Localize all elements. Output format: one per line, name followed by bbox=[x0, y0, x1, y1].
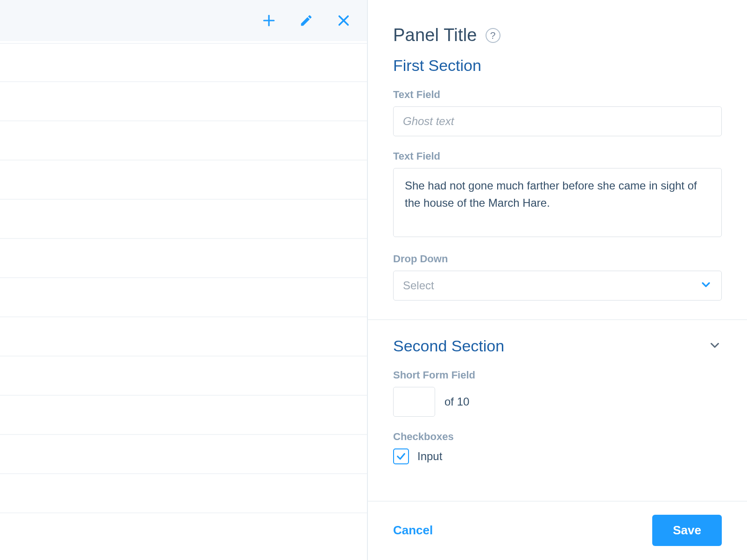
field-label: Short Form Field bbox=[393, 369, 722, 381]
list-item[interactable] bbox=[0, 396, 367, 435]
checkbox-label: Input bbox=[417, 450, 442, 463]
check-icon bbox=[396, 451, 406, 462]
side-panel: Panel Title ? First Section Text Field T… bbox=[367, 0, 747, 560]
list-item[interactable] bbox=[0, 161, 367, 200]
pencil-icon bbox=[299, 14, 313, 28]
field-label: Checkboxes bbox=[393, 431, 722, 443]
text-field-input[interactable] bbox=[393, 106, 722, 136]
left-toolbar bbox=[0, 0, 367, 41]
list-item[interactable] bbox=[0, 278, 367, 317]
list-item[interactable] bbox=[0, 357, 367, 396]
left-list bbox=[0, 41, 367, 560]
save-button[interactable]: Save bbox=[652, 515, 722, 546]
list-item[interactable] bbox=[0, 200, 367, 239]
dropdown-selected-value: Select bbox=[403, 279, 434, 292]
left-pane bbox=[0, 0, 367, 560]
list-item[interactable] bbox=[0, 82, 367, 121]
short-form-input[interactable] bbox=[393, 387, 435, 417]
help-icon[interactable]: ? bbox=[486, 28, 500, 43]
section-title: Second Section bbox=[393, 337, 504, 355]
list-item[interactable] bbox=[0, 317, 367, 357]
checkbox-input-1[interactable] bbox=[393, 448, 409, 464]
chevron-down-icon bbox=[708, 338, 722, 352]
section-second: Second Section Short Form Field of 10 Ch… bbox=[368, 319, 747, 483]
list-item[interactable] bbox=[0, 121, 367, 161]
list-item[interactable] bbox=[0, 435, 367, 474]
section-first: First Section Text Field Text Field Drop… bbox=[368, 56, 747, 319]
plus-icon bbox=[261, 13, 276, 28]
list-item[interactable] bbox=[0, 474, 367, 513]
field-label: Drop Down bbox=[393, 253, 722, 265]
field-label: Text Field bbox=[393, 89, 722, 101]
dropdown-select[interactable]: Select bbox=[393, 271, 722, 301]
list-item[interactable] bbox=[0, 239, 367, 278]
cancel-button[interactable]: Cancel bbox=[393, 523, 433, 538]
close-button[interactable] bbox=[333, 10, 354, 31]
panel-footer: Cancel Save bbox=[368, 501, 747, 560]
list-item[interactable] bbox=[0, 43, 367, 82]
text-field-textarea[interactable] bbox=[393, 168, 722, 237]
section-collapse-button[interactable] bbox=[708, 338, 722, 354]
edit-button[interactable] bbox=[296, 10, 317, 31]
short-form-suffix: of 10 bbox=[444, 395, 469, 408]
panel-title: Panel Title bbox=[393, 25, 477, 45]
section-title: First Section bbox=[393, 56, 481, 75]
field-label: Text Field bbox=[393, 150, 722, 162]
close-icon bbox=[336, 13, 351, 28]
add-button[interactable] bbox=[259, 10, 279, 31]
